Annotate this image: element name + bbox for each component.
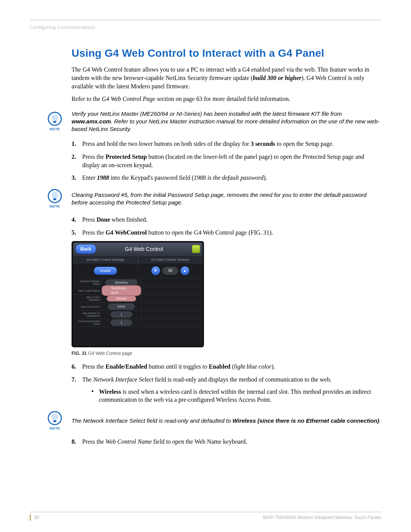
step-3: 3. Enter 1988 into the Keypad's password…	[72, 174, 381, 182]
panel-tabs: G4 Web Control Settings G4 Web Control T…	[73, 256, 202, 263]
text: Verify your NetLinx Master (ME260/64 or …	[72, 110, 342, 117]
text: Refer to the	[72, 96, 102, 102]
panel-empty-cell	[142, 279, 202, 286]
note-icon-cell: NOTE	[45, 411, 65, 431]
panel-field-label: Max Number of Connections	[73, 311, 102, 318]
note-label: NOTE	[45, 426, 65, 431]
text-bold: 3 seconds	[251, 141, 275, 147]
step-number: 5.	[72, 228, 76, 237]
panel-field-value: 5900	[108, 304, 135, 310]
text-bold: Wireless	[99, 388, 121, 395]
panel-field-label: Web Control Port	[73, 303, 102, 310]
text-bold: Protected Setup	[105, 153, 147, 160]
panel-field-value-cell: TechPubs MVP	[102, 287, 142, 294]
note-callout-1: NOTE Verify your NetLinx Master (ME260/6…	[45, 110, 381, 133]
step-7: 7. The Network Interface Select field is…	[72, 375, 381, 404]
text: . Refer to your NetLinx Master instructi…	[72, 118, 379, 132]
text: is used when a wireless card is detected…	[99, 388, 371, 403]
panel-field-value-cell: (None)	[102, 295, 142, 302]
text: (	[230, 363, 234, 370]
note-label: NOTE	[45, 204, 65, 209]
footer-rule	[30, 512, 381, 512]
text: when finished.	[110, 216, 147, 223]
breadcrumb: Configuring Communications	[30, 24, 381, 31]
text: field is read-only and displays the meth…	[153, 376, 331, 383]
panel-data-row: Current Connection Count1	[73, 319, 202, 327]
note-text: Verify your NetLinx Master (ME260/64 or …	[72, 110, 381, 133]
step-number: 6.	[72, 363, 76, 371]
figure-caption: FIG. 31 G4 Web Control page	[72, 350, 381, 356]
home-button[interactable]	[192, 245, 200, 253]
note-icon-cell: NOTE	[45, 189, 65, 209]
text-bold-italic: 1988	[97, 174, 109, 181]
text-bold: G4 WebControl	[105, 229, 147, 236]
panel-empty-cell	[142, 287, 202, 294]
step-number: 3.	[72, 174, 76, 182]
bullet-wireless: Wireless is used when a wireless card is…	[91, 388, 381, 404]
text-bold: www.amx.com	[72, 118, 111, 125]
panel-data-row: Web Control Password(None)	[73, 295, 202, 303]
text: into the Keypad's password field (	[109, 174, 194, 181]
panel-data-row: Web Control NameTechPubs MVP	[73, 287, 202, 295]
g4-panel-screenshot: Back G4 Web Control G4 Web Control Setti…	[72, 241, 204, 347]
note-callout-3: NOTE The Network Interface Select field …	[45, 411, 381, 431]
panel-field-value: 1	[111, 320, 132, 326]
increment-button[interactable]: ▲	[180, 266, 190, 275]
step-4: 4. Press Done when finished.	[72, 216, 381, 224]
panel-empty-cell	[142, 311, 202, 318]
text-bold-italic: Wireless (since there is no Ethernet cab…	[233, 417, 379, 424]
text: ).	[263, 174, 267, 181]
step-number: 7.	[72, 375, 76, 384]
step-8: 8. Press the Web Control Name field to o…	[72, 438, 381, 446]
timeout-value: 30	[162, 267, 178, 275]
svg-rect-5	[53, 420, 56, 422]
panel-field-value[interactable]: (None)	[107, 296, 136, 302]
text: button until it toggles to	[147, 363, 209, 370]
text: section on page 63 for more detailed fie…	[155, 96, 290, 102]
step-number: 8.	[72, 438, 76, 446]
enable-button[interactable]: Enable	[94, 267, 117, 275]
page-footer: 38 MVP-7500/8400 Modero Viewpoint Wirele…	[30, 512, 381, 521]
note-icon-cell: NOTE	[45, 112, 65, 131]
text-italic: 1988 is the default password	[194, 174, 263, 181]
section-heading: Using G4 Web Control to Interact with a …	[72, 46, 381, 61]
panel-empty-cell	[142, 295, 202, 302]
panel-data-row: Max Number of Connections1	[73, 311, 202, 319]
text-italic: G4 Web Control Page	[102, 96, 156, 102]
panel-empty-cell	[142, 319, 202, 326]
text-italic: light blue color	[234, 363, 272, 370]
svg-rect-3	[53, 198, 56, 200]
step-7-bullets: Wireless is used when a wireless card is…	[91, 388, 381, 404]
note-callout-2: NOTE Clearing Password #5, from the init…	[45, 189, 381, 209]
tab-timeout: G4 Web Control Timeout	[138, 256, 202, 263]
note-text: Clearing Password #5, from the initial P…	[72, 191, 381, 207]
document-page: Configuring Communications Using G4 Web …	[0, 0, 411, 532]
panel-inner: Back G4 Web Control G4 Web Control Setti…	[73, 243, 202, 346]
text: button to open the G4 Web Control page (…	[147, 229, 273, 236]
panel-field-value-cell: 1	[102, 311, 142, 318]
panel-field-label: Web Control Password	[73, 295, 102, 302]
main-content: Using G4 Web Control to Interact with a …	[72, 46, 381, 446]
step-5: 5. Press the G4 WebControl button to ope…	[72, 228, 381, 237]
steps-list-4: 8. Press the Web Control Name field to o…	[72, 438, 381, 446]
figure-31: Back G4 Web Control G4 Web Control Setti…	[72, 241, 381, 347]
text: Press the	[82, 438, 105, 445]
panel-header: Back G4 Web Control	[73, 243, 202, 256]
back-button[interactable]: Back	[75, 244, 96, 254]
steps-list-3: 6. Press the Enable/Enabled button until…	[72, 363, 381, 404]
panel-field-label: Network Interface Select	[73, 279, 102, 286]
note-text: The Network Interface Select field is re…	[72, 417, 381, 425]
panel-field-value[interactable]: TechPubs MVP	[102, 285, 141, 296]
step-6: 6. Press the Enable/Enabled button until…	[72, 363, 381, 371]
text: ).	[271, 363, 275, 370]
text: Press the	[82, 363, 105, 370]
panel-field-value: 1	[111, 312, 132, 318]
lightbulb-icon	[48, 189, 62, 203]
panel-spacer	[73, 327, 202, 346]
panel-field-value-cell: 1	[102, 319, 142, 326]
footer-doc-title: MVP-7500/8400 Modero Viewpoint Wireless …	[263, 514, 381, 521]
decrement-button[interactable]: ▼	[151, 266, 160, 275]
text-bold-italic: build 300 or higher	[253, 75, 301, 81]
panel-field-label: Web Control Name	[73, 287, 102, 294]
text-italic: Web Control Name	[105, 438, 151, 445]
